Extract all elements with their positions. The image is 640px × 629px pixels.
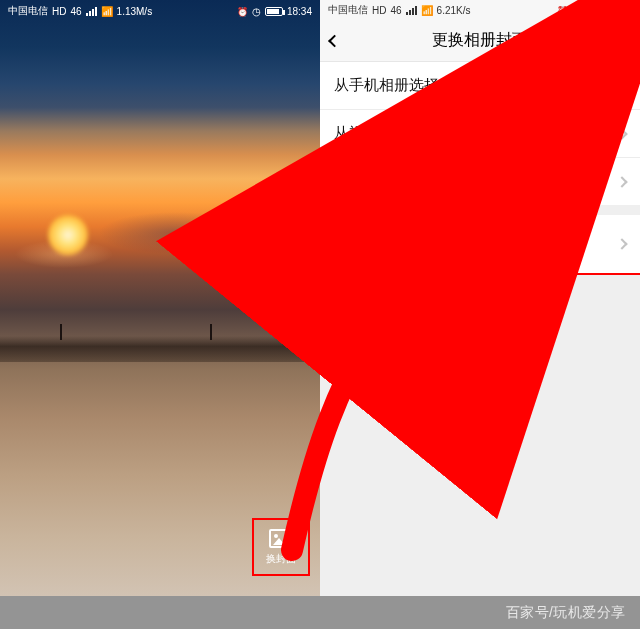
menu-item-sublabel: 从 Jure Kravanja 的作品中挑选图片: [334, 246, 523, 263]
net-badge: 46: [390, 5, 401, 16]
menu-item-label: 摄影师作品: [334, 225, 523, 244]
time-label: 18:35: [607, 5, 632, 16]
carrier-label: 中国电信: [8, 4, 48, 18]
chevron-right-icon: [616, 176, 627, 187]
hd-badge: HD: [372, 5, 386, 16]
menu-item-label: 从视频号选择: [334, 124, 424, 143]
clock-icon: [252, 6, 261, 17]
hd-badge: HD: [52, 6, 66, 17]
menu-item-label: 从手机相册选择: [334, 76, 439, 95]
watermark: 百家号/玩机爱分享: [0, 596, 640, 629]
signal-icon: [86, 7, 97, 16]
menu-item-phone-album[interactable]: 从手机相册选择: [320, 61, 640, 109]
alarm-icon: [237, 6, 248, 17]
menu-item-photographer[interactable]: 摄影师作品 从 Jure Kravanja 的作品中挑选图片: [320, 215, 640, 273]
alarm-icon: [557, 5, 568, 16]
chevron-right-icon: [616, 79, 627, 90]
watermark-text: 百家号/玩机爱分享: [506, 604, 626, 622]
wifi-icon: 📶: [101, 6, 113, 17]
clock-icon: [572, 5, 581, 16]
change-cover-button[interactable]: 换封面: [254, 520, 308, 574]
menu-item-channels[interactable]: 从视频号选择: [320, 109, 640, 157]
change-cover-label: 换封面: [266, 552, 296, 566]
speed-label: 6.21K/s: [437, 5, 471, 16]
wallpaper-image: [0, 0, 320, 596]
cover-source-menu: 从手机相册选择 从视频号选择 拍一个 摄影师作品 从 Jure Kravanja…: [320, 61, 640, 273]
menu-item-label: 拍一个: [334, 172, 379, 191]
menu-item-take-photo[interactable]: 拍一个: [320, 157, 640, 205]
signal-icon: [406, 6, 417, 15]
page-title: 更换相册封面: [320, 30, 640, 51]
image-icon: [269, 529, 293, 548]
statusbar-left: 中国电信 HD 46 📶 1.13M/s 18:34: [0, 0, 320, 22]
phone-right-change-cover-screen: 中国电信 HD 46 📶 6.21K/s 18:35 更换相册封面 从手机相册选…: [320, 0, 640, 596]
statusbar-right: 中国电信 HD 46 📶 6.21K/s 18:35: [320, 0, 640, 20]
speed-label: 1.13M/s: [117, 6, 153, 17]
wifi-icon: 📶: [421, 5, 433, 16]
chevron-right-icon: [616, 238, 627, 249]
menu-highlight-frame: 从手机相册选择 从视频号选择 拍一个 摄影师作品 从 Jure Kravanja…: [320, 61, 640, 273]
net-badge: 46: [70, 6, 81, 17]
time-label: 18:34: [287, 6, 312, 17]
carrier-label: 中国电信: [328, 3, 368, 17]
battery-icon: [265, 7, 283, 16]
titlebar: 更换相册封面: [320, 20, 640, 62]
chevron-right-icon: [616, 128, 627, 139]
phone-left-wallpaper-screen: 中国电信 HD 46 📶 1.13M/s 18:34 换封面: [0, 0, 320, 596]
battery-icon: [585, 6, 603, 15]
